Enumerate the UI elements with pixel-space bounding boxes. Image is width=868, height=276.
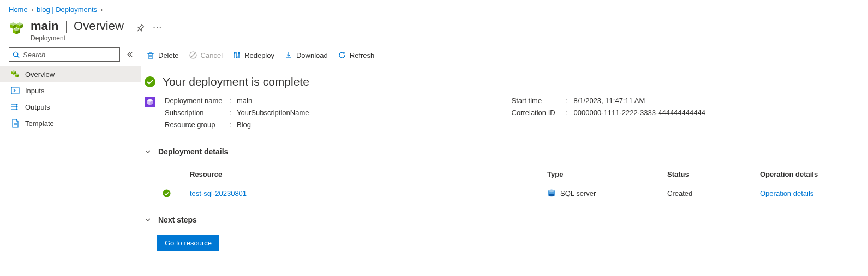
more-icon[interactable]: ··· bbox=[153, 23, 163, 32]
search-icon bbox=[13, 51, 20, 58]
download-button[interactable]: Download bbox=[284, 51, 328, 59]
meta-label-deployment-name: Deployment name bbox=[165, 95, 229, 107]
th-type: Type bbox=[547, 170, 667, 178]
meta-label-start-time: Start time bbox=[512, 95, 566, 107]
nav-label: Template bbox=[25, 119, 54, 128]
resource-provider-icon bbox=[144, 96, 158, 108]
meta-value-start-time: 8/1/2023, 11:47:11 AM bbox=[574, 95, 645, 107]
go-to-resource-button[interactable]: Go to resource bbox=[157, 235, 219, 251]
delete-icon bbox=[146, 51, 155, 59]
svg-line-29 bbox=[191, 53, 195, 57]
toolbar: Delete Cancel Redeploy bbox=[141, 47, 861, 65]
delete-button[interactable]: Delete bbox=[146, 51, 179, 59]
row-resource-link[interactable]: test-sql-20230801 bbox=[190, 189, 247, 197]
success-icon bbox=[144, 76, 156, 88]
meta-value-deployment-name: main bbox=[237, 95, 252, 107]
template-icon bbox=[11, 119, 20, 128]
th-resource: Resource bbox=[190, 170, 547, 178]
chevron-down-icon bbox=[144, 216, 152, 224]
redeploy-label: Redeploy bbox=[244, 51, 274, 59]
row-success-icon bbox=[163, 189, 171, 197]
svg-line-10 bbox=[17, 56, 19, 58]
breadcrumb-deployments[interactable]: blog | Deployments bbox=[37, 5, 97, 14]
refresh-button[interactable]: Refresh bbox=[338, 51, 375, 59]
svg-point-9 bbox=[13, 52, 17, 56]
refresh-label: Refresh bbox=[350, 51, 375, 59]
refresh-icon bbox=[338, 51, 346, 59]
page-subtitle: Deployment bbox=[31, 34, 124, 42]
th-operation-details: Operation details bbox=[760, 170, 853, 178]
svg-point-42 bbox=[163, 189, 171, 197]
redeploy-button[interactable]: Redeploy bbox=[232, 51, 274, 59]
meta-value-subscription[interactable]: YourSubscriptionName bbox=[237, 107, 309, 119]
nav-label: Overview bbox=[25, 70, 55, 79]
nav-item-inputs[interactable]: Inputs bbox=[0, 82, 141, 99]
breadcrumb-separator-icon: › bbox=[31, 5, 33, 14]
cancel-label: Cancel bbox=[201, 51, 223, 59]
page-section: Overview bbox=[74, 19, 124, 33]
search-box[interactable] bbox=[9, 47, 120, 62]
sidebar: Overview Inputs bbox=[0, 47, 141, 257]
row-operation-details-link[interactable]: Operation details bbox=[760, 189, 813, 197]
meta-label-correlation: Correlation ID bbox=[512, 107, 566, 119]
outputs-icon bbox=[11, 103, 20, 111]
cubes-icon bbox=[11, 70, 20, 79]
inputs-icon bbox=[11, 86, 20, 95]
svg-point-37 bbox=[145, 76, 155, 87]
nav-label: Inputs bbox=[25, 87, 44, 95]
th-status: Status bbox=[667, 170, 760, 178]
section-title: Next steps bbox=[158, 215, 197, 224]
meta-value-correlation: 0000000-1111-2222-3333-444444444444 bbox=[574, 107, 705, 119]
nav-item-overview[interactable]: Overview bbox=[0, 66, 141, 82]
table-row: test-sql-20230801 SQL server Created Ope… bbox=[157, 184, 858, 203]
redeploy-icon bbox=[232, 51, 241, 59]
deployment-details-table: Resource Type Status Operation details t… bbox=[157, 166, 858, 203]
cancel-button: Cancel bbox=[189, 51, 223, 59]
chevron-down-icon bbox=[144, 148, 152, 155]
meta-label-subscription: Subscription bbox=[165, 107, 229, 119]
collapse-sidebar-icon[interactable] bbox=[124, 49, 135, 60]
deployment-cubes-icon bbox=[9, 21, 24, 37]
svg-point-34 bbox=[238, 52, 240, 53]
cancel-icon bbox=[189, 51, 197, 59]
breadcrumb: Home › blog | Deployments › bbox=[0, 0, 868, 17]
delete-label: Delete bbox=[158, 51, 179, 59]
breadcrumb-home[interactable]: Home bbox=[9, 5, 28, 14]
nav-item-outputs[interactable]: Outputs bbox=[0, 99, 141, 115]
sql-server-icon bbox=[547, 189, 556, 197]
row-type: SQL server bbox=[560, 189, 596, 197]
section-deployment-details[interactable]: Deployment details bbox=[141, 135, 861, 160]
row-status: Created bbox=[667, 189, 760, 197]
download-label: Download bbox=[296, 51, 328, 59]
search-input[interactable] bbox=[23, 51, 116, 59]
status-title: Your deployment is complete bbox=[163, 75, 309, 88]
page-header: main | Overview Deployment ··· bbox=[0, 17, 868, 47]
pin-icon[interactable] bbox=[137, 24, 145, 32]
nav-item-template[interactable]: Template bbox=[0, 115, 141, 131]
deployment-name: main bbox=[31, 19, 58, 33]
section-next-steps[interactable]: Next steps bbox=[141, 203, 861, 229]
meta-label-resource-group: Resource group bbox=[165, 119, 229, 131]
main-content: Delete Cancel Redeploy bbox=[141, 47, 868, 257]
meta-value-resource-group[interactable]: Blog bbox=[237, 119, 251, 131]
svg-point-33 bbox=[234, 52, 235, 53]
section-title: Deployment details bbox=[158, 147, 228, 156]
svg-rect-23 bbox=[148, 53, 153, 58]
svg-rect-45 bbox=[549, 194, 554, 196]
download-icon bbox=[284, 51, 293, 59]
svg-point-44 bbox=[548, 190, 555, 192]
page-title: main | Overview bbox=[31, 19, 124, 33]
nav-label: Outputs bbox=[25, 103, 50, 111]
breadcrumb-separator-icon: › bbox=[100, 5, 103, 14]
